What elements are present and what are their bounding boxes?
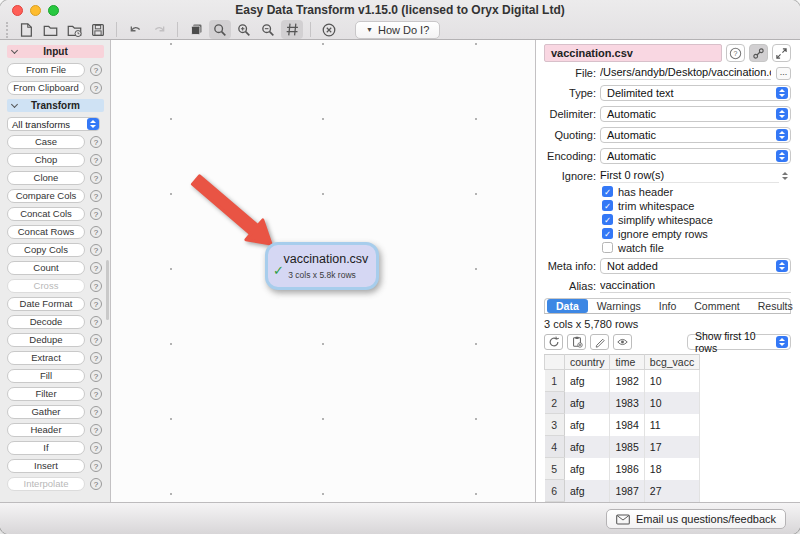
table-cell[interactable]: afg [565,436,610,458]
transform-button-if[interactable]: If [7,441,85,455]
table-cell[interactable]: 10 [644,370,699,392]
tab-results[interactable]: Results [749,299,799,313]
table-cell[interactable]: 1987 [610,480,644,502]
table-cell[interactable]: 10 [644,392,699,414]
help-icon[interactable]: ? [90,226,102,238]
transform-button-fill[interactable]: Fill [7,369,85,383]
help-icon[interactable]: ? [90,262,102,274]
help-icon[interactable]: ? [90,424,102,436]
help-icon[interactable]: ? [90,244,102,256]
node-name-field[interactable]: vaccination.csv [544,44,722,62]
new-file-icon[interactable] [15,20,37,39]
copy-table-icon[interactable] [567,334,586,350]
transform-button-decode[interactable]: Decode [7,315,85,329]
help-icon[interactable]: ? [90,442,102,454]
table-cell[interactable]: afg [565,370,610,392]
save-icon[interactable] [87,20,109,39]
connections-icon[interactable] [749,44,768,62]
dataset-node-vaccination[interactable]: ✓ vaccination.csv 3 cols x 5.8k rows [265,242,379,290]
how-do-i-button[interactable]: ▼ How Do I? [355,21,440,39]
help-icon[interactable]: ? [90,82,102,94]
table-cell[interactable]: afg [565,480,610,502]
redo-icon[interactable] [148,20,170,39]
transform-button-dedupe[interactable]: Dedupe [7,333,85,347]
encoding-dropdown[interactable]: Automatic [600,148,791,164]
help-icon[interactable]: ? [90,298,102,310]
column-header-country[interactable]: country [565,355,610,370]
row-number-cell[interactable]: 2 [545,392,565,414]
table-cell[interactable]: 17 [644,436,699,458]
open-file-icon[interactable] [39,20,61,39]
transform-button-concat-rows[interactable]: Concat Rows [7,225,85,239]
file-path-field[interactable]: /Users/andyb/Desktop/vaccination.csv [600,66,771,80]
transform-button-date-format[interactable]: Date Format [7,297,85,311]
refresh-icon[interactable] [544,334,563,350]
cancel-icon[interactable] [318,20,340,39]
checkbox-trim-whitespace[interactable]: ✓ [602,200,613,211]
table-cell[interactable]: 11 [644,414,699,436]
help-icon[interactable]: ? [90,280,102,292]
zoom-in-icon[interactable] [233,20,255,39]
row-number-cell[interactable]: 3 [545,414,565,436]
delimiter-dropdown[interactable]: Automatic [600,106,791,122]
row-number-cell[interactable]: 4 [545,436,565,458]
help-icon[interactable]: ? [90,370,102,382]
transform-button-clone[interactable]: Clone [7,171,85,185]
help-icon[interactable]: ? [90,154,102,166]
input-button-from-clipboard[interactable]: From Clipboard [7,81,85,95]
table-cell[interactable]: 1984 [610,414,644,436]
checkbox-simplify-whitespace[interactable]: ✓ [602,214,613,225]
transform-button-chop[interactable]: Chop [7,153,85,167]
table-cell[interactable]: afg [565,392,610,414]
table-cell[interactable]: 27 [644,480,699,502]
toggle-grid-icon[interactable] [281,20,303,39]
help-icon[interactable]: ? [90,460,102,472]
transform-button-filter[interactable]: Filter [7,387,85,401]
canvas[interactable]: ✓ vaccination.csv 3 cols x 5.8k rows [111,40,536,502]
help-icon[interactable]: ? [90,352,102,364]
tab-info[interactable]: Info [650,299,686,313]
edit-icon[interactable] [590,334,609,350]
help-icon[interactable]: ? [90,136,102,148]
table-cell[interactable]: 1983 [610,392,644,414]
transform-filter-dropdown[interactable]: All transforms [7,117,100,131]
transform-button-copy-cols[interactable]: Copy Cols [7,243,85,257]
transform-button-count[interactable]: Count [7,261,85,275]
transform-button-concat-cols[interactable]: Concat Cols [7,207,85,221]
row-number-cell[interactable]: 5 [545,458,565,480]
help-icon[interactable]: ? [90,208,102,220]
checkbox-ignore-empty-rows[interactable]: ✓ [602,228,613,239]
help-icon[interactable]: ? [90,406,102,418]
help-icon[interactable]: ? [90,388,102,400]
help-icon[interactable]: ? [90,478,102,490]
sidebar-section-transform[interactable]: Transform [7,99,104,112]
row-number-cell[interactable]: 1 [545,370,565,392]
help-icon[interactable]: ? [90,190,102,202]
meta-info-dropdown[interactable]: Not added [600,258,791,274]
input-button-from-file[interactable]: From File [7,63,85,77]
zoom-out-icon[interactable] [257,20,279,39]
row-number-cell[interactable]: 6 [545,480,565,502]
column-header-time[interactable]: time [610,355,644,370]
alias-field[interactable]: vaccination [600,279,791,293]
tab-data[interactable]: Data [547,299,588,313]
checkbox-watch-file[interactable] [602,242,613,253]
show-rows-dropdown[interactable]: Show first 10 rows [687,334,791,350]
table-cell[interactable]: 1982 [610,370,644,392]
sidebar-section-input[interactable]: Input [7,45,104,58]
ignore-rows-field[interactable]: First 0 row(s) [600,169,779,183]
expand-icon[interactable] [772,44,791,62]
sidebar-scrollbar[interactable] [106,260,109,320]
table-cell[interactable]: 1986 [610,458,644,480]
transform-button-gather[interactable]: Gather [7,405,85,419]
ignore-stepper-icon[interactable] [779,170,791,182]
transform-button-case[interactable]: Case [7,135,85,149]
column-header-bcg_vacc[interactable]: bcg_vacc [644,355,699,370]
row-number-header[interactable] [545,355,565,370]
help-icon[interactable]: ? [90,316,102,328]
table-cell[interactable]: 1985 [610,436,644,458]
help-icon[interactable]: ? [90,64,102,76]
preview-eye-icon[interactable] [613,334,632,350]
open-recent-icon[interactable] [63,20,85,39]
undo-icon[interactable] [124,20,146,39]
